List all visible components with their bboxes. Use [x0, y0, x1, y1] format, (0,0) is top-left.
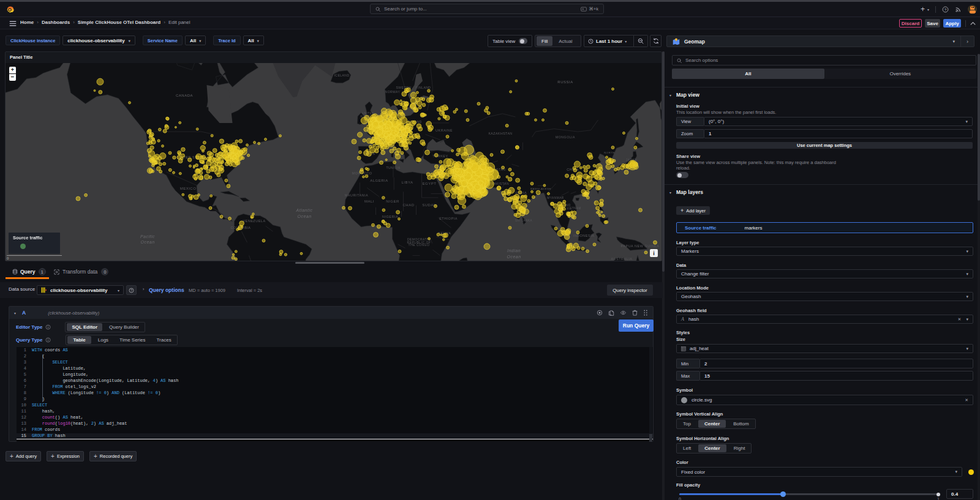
svg-text:NORTH: NORTH	[604, 151, 614, 154]
svg-text:PAPUA NEW GUINEA: PAPUA NEW GUINEA	[621, 244, 660, 248]
svg-text:?: ?	[944, 7, 947, 11]
svg-text:UKRAINE: UKRAINE	[435, 129, 453, 132]
svg-text:CHAD: CHAD	[402, 203, 414, 207]
svg-text:NORWAY: NORWAY	[385, 90, 401, 94]
svg-text:ICELAND: ICELAND	[334, 73, 349, 77]
svg-text:PAKISTAN: PAKISTAN	[492, 182, 509, 185]
svg-text:SRI LANKA: SRI LANKA	[515, 219, 532, 222]
svg-text:ETHIOPIA: ETHIOPIA	[439, 217, 458, 220]
svg-text:BANGLADESH: BANGLADESH	[530, 187, 551, 190]
svg-text:MALI: MALI	[364, 200, 374, 203]
svg-text:RUSSIA: RUSSIA	[557, 80, 573, 84]
svg-text:CANADA: CANADA	[176, 94, 193, 97]
svg-text:MEXICO: MEXICO	[180, 187, 197, 190]
svg-text:AUSTRALIA: AUSTRALIA	[611, 257, 632, 261]
svg-text:VENEZUELA: VENEZUELA	[243, 219, 265, 223]
svg-text:EGYPT: EGYPT	[423, 182, 437, 185]
svg-text:ALGERIA: ALGERIA	[370, 179, 388, 182]
svg-text:MYANMAR: MYANMAR	[547, 196, 564, 200]
svg-text:Indian: Indian	[507, 248, 521, 253]
svg-text:FINLAND: FINLAND	[416, 86, 431, 89]
svg-text:MONGOLIA: MONGOLIA	[556, 135, 575, 139]
svg-text:Atlantic: Atlantic	[296, 208, 313, 212]
svg-text:Ocean: Ocean	[297, 214, 311, 218]
svg-text:Ocean: Ocean	[507, 255, 521, 259]
svg-text:NIGER: NIGER	[386, 200, 399, 203]
svg-text:THE CONGO: THE CONGO	[409, 243, 430, 247]
svg-text:MAURITANIA: MAURITANIA	[345, 193, 369, 197]
svg-text:NIGERIA: NIGERIA	[382, 215, 398, 218]
svg-text:TUNISIA: TUNISIA	[386, 166, 400, 170]
svg-text:Pacific: Pacific	[140, 234, 155, 239]
svg-text:VIETNAM: VIETNAM	[567, 207, 581, 210]
svg-text:INDONESIA: INDONESIA	[573, 234, 595, 237]
svg-text:Ocean: Ocean	[140, 240, 154, 244]
svg-text:KAZAKHSTAN: KAZAKHSTAN	[488, 132, 512, 135]
svg-text:LIBYA: LIBYA	[401, 181, 413, 184]
